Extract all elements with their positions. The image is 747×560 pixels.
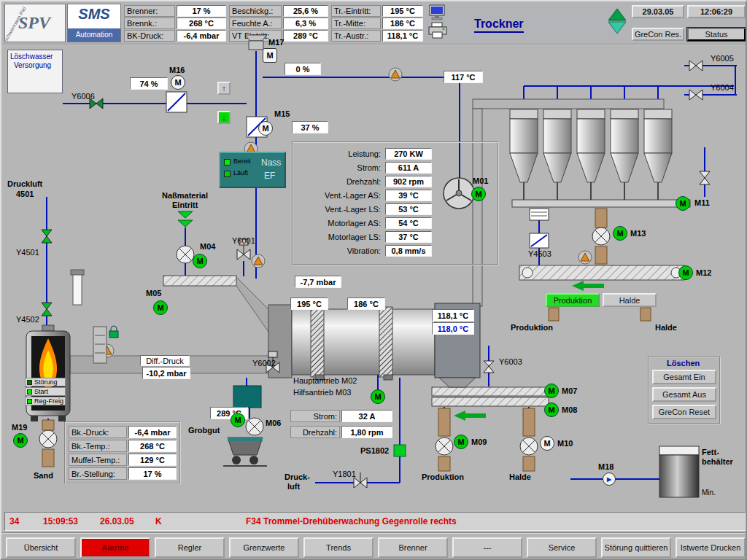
motor-label-m11: M11 <box>694 198 710 207</box>
nav-istwerte-drucken-button[interactable]: Istwerte Drucken <box>676 537 746 558</box>
nav-trends-button[interactable]: Trends <box>303 537 374 558</box>
motor-m17[interactable]: M <box>263 48 277 63</box>
rotary-valve-m10 <box>520 438 538 455</box>
motor-label-m19: M19 <box>12 423 27 432</box>
motor-label-m01: M01 <box>473 176 488 185</box>
rotary-valve-m13 <box>592 228 610 245</box>
rotary-valve-m19 <box>39 430 57 448</box>
motor-m18[interactable]: ▶ <box>603 472 616 486</box>
nassmaterial-label2: Eintritt <box>172 201 198 209</box>
br-stellung-value: 17 % <box>128 467 177 480</box>
start-label: Start <box>34 388 48 395</box>
cyclone-battery <box>510 109 672 200</box>
motor-m05[interactable]: M <box>153 300 168 315</box>
ps1802-switch <box>394 445 406 456</box>
druckluft-number: 4501 <box>16 190 34 198</box>
halde-button[interactable]: Halde <box>603 293 657 307</box>
motor-m12[interactable]: M <box>678 265 693 280</box>
stoerung-led <box>27 380 32 385</box>
regfreig-label: Reg-Freig <box>34 397 63 405</box>
alarm-line[interactable]: 34 15:09:53 26.03.05 K F34 Trommel-Drehü… <box>4 512 746 531</box>
alarm-text: F34 Trommel-Drehüberwachung Gegenrolle r… <box>246 516 457 526</box>
motor-label-m13: M13 <box>630 229 646 238</box>
motor-label-m12: M12 <box>696 268 711 277</box>
fan-r2-label: Strom: <box>357 163 381 172</box>
m15-position-value: 37 % <box>292 121 328 133</box>
regfreig-led <box>27 399 32 404</box>
motor-label-m05: M05 <box>146 289 161 298</box>
fan-r7-label: Motorlager LS: <box>328 233 381 241</box>
motor-m06[interactable]: M <box>231 413 245 427</box>
loeschwasser-line2: Versorgung <box>14 61 51 69</box>
motor-m01[interactable]: M <box>471 187 486 201</box>
motor-m13[interactable]: M <box>613 226 627 241</box>
fan-r8-label: Vibration: <box>347 246 381 255</box>
muffel-temp-value: 129 °C <box>128 454 177 466</box>
feed-screw-conveyor <box>163 276 270 334</box>
motor-m07[interactable]: M <box>544 384 559 398</box>
gesamt-ein-button[interactable]: Gesamt Ein <box>652 370 716 384</box>
fan-r1-label: Leistung: <box>348 149 381 158</box>
fan-r5-value: 53 °C <box>385 203 432 215</box>
nav-stoerung-quittieren-button[interactable]: Störung quittieren <box>601 537 671 558</box>
loeschwasser-box[interactable]: Löschwasser Versorgung <box>7 50 63 93</box>
m17-position-value: 0 % <box>285 63 321 75</box>
m16-position-value: 74 % <box>130 77 168 90</box>
fan-r6-label: Motorlager AS: <box>328 219 381 228</box>
muffel-temp-label: Muffel-Temp.: <box>69 454 127 466</box>
fan-r7-value: 37 °C <box>385 231 432 243</box>
motor-m16[interactable]: M <box>171 75 185 90</box>
drum-outlet-temp-a: 118,1 °C <box>432 309 474 322</box>
valve-label-y6003: Y6003 <box>499 357 522 366</box>
stoerung-label: Störung <box>34 378 58 386</box>
nav-regler-button[interactable]: Regler <box>155 537 225 558</box>
motor-m07-glyph: M <box>548 386 554 395</box>
motor-m04[interactable]: M <box>193 254 207 268</box>
valve-label-y6002: Y6002 <box>252 359 276 368</box>
produktion-button[interactable]: Produktion <box>546 293 600 307</box>
loeschwasser-line1: Löschwasser <box>10 52 53 61</box>
cyclone-discharge-conveyor <box>512 200 690 207</box>
grecon-reset-button[interactable]: GreCon Reset <box>652 405 716 419</box>
motor-m19[interactable]: M <box>13 433 28 448</box>
motor-m10[interactable]: M <box>540 436 554 451</box>
valve-y6003 <box>484 361 494 373</box>
nass-ef-panel[interactable]: Bereit Läuft Nass EF <box>219 152 286 188</box>
nav-brenner-button[interactable]: Brenner <box>378 537 448 558</box>
motor-label-m15: M15 <box>274 109 290 118</box>
burner-indicators: Störung Start Reg-Freig <box>25 378 66 405</box>
motor-m09[interactable]: M <box>454 435 468 449</box>
valve-label-y4503: Y4503 <box>528 249 551 258</box>
motor-label-m09: M09 <box>471 438 487 446</box>
motor-m12-glyph: M <box>682 268 689 277</box>
motor-m02[interactable]: M <box>371 389 385 404</box>
motor-m04-glyph: M <box>196 257 203 265</box>
belt-direction-arrow <box>572 281 604 291</box>
nav-grenzwerte-button[interactable]: Grenzwerte <box>229 537 299 558</box>
grobgut-hopper <box>233 386 261 408</box>
motor-m15[interactable]: M <box>258 121 273 136</box>
nav-alarme-button[interactable]: Alarme <box>80 537 150 558</box>
motor-m15-glyph: M <box>262 124 268 133</box>
rotary-valve-m04 <box>177 246 194 263</box>
druckluft2-label1: Druck- <box>285 472 310 481</box>
feed-inlet-icon <box>178 211 193 227</box>
nav-uebersicht-button[interactable]: Übersicht <box>6 537 76 558</box>
alarm-number: 34 <box>9 516 19 526</box>
nass-ef-bereit-label: Bereit <box>233 158 251 165</box>
gesamt-aus-button[interactable]: Gesamt Aus <box>652 387 716 402</box>
motor-m08[interactable]: M <box>544 402 559 417</box>
hauptantrieb-label: Hauptantrieb M02 <box>293 376 357 385</box>
halde-bottom-label: Halde <box>509 472 531 481</box>
drum-discharge-conveyor <box>432 387 549 406</box>
fan-r2-value: 611 A <box>385 162 432 174</box>
motor-label-m16: M16 <box>169 66 185 74</box>
valve-label-y4501: Y4501 <box>16 248 39 257</box>
motor-m11[interactable]: M <box>676 196 690 211</box>
damper-m16[interactable] <box>166 92 187 112</box>
nav-service-button[interactable]: Service <box>527 537 597 558</box>
nav-spare-button[interactable]: --- <box>452 537 522 558</box>
loeschen-panel: Löschen Gesamt Ein Gesamt Aus GreCon Res… <box>648 356 721 424</box>
fat-tank <box>659 446 699 497</box>
discharge-direction-arrow <box>454 411 486 421</box>
